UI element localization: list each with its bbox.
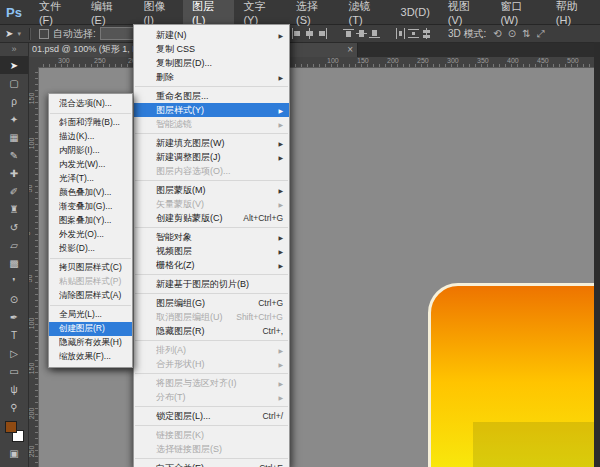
- 3d-mode-icon[interactable]: ⤢: [537, 28, 545, 40]
- layer-menu-item-create-clipping-mask[interactable]: 创建剪贴蒙版(C)Alt+Ctrl+G: [134, 211, 289, 225]
- align-horizontal-centers-icon[interactable]: [304, 28, 315, 39]
- clone-stamp-tool-icon[interactable]: ♜: [0, 200, 28, 218]
- layer-style-item-clear-layer-style[interactable]: 清除图层样式(A): [49, 289, 132, 303]
- tab-close-icon[interactable]: ×: [341, 44, 353, 55]
- menubar-item[interactable]: 文字(Y): [234, 0, 287, 24]
- 3d-mode-icon[interactable]: ⟲: [493, 28, 501, 40]
- eyedropper-tool-icon[interactable]: ✎: [0, 146, 28, 164]
- quick-selection-tool-icon[interactable]: ✦: [0, 110, 28, 128]
- dodge-tool-icon[interactable]: ⊙: [0, 290, 28, 308]
- hand-tool-icon[interactable]: ψ: [0, 380, 28, 398]
- auto-align-layers-icon[interactable]: [421, 28, 432, 39]
- ruler-label: 150: [28, 363, 35, 375]
- menubar-item[interactable]: 文件(F): [30, 0, 82, 24]
- layer-menu-item-layer-style[interactable]: 图层样式(Y)▶: [134, 103, 289, 117]
- layer-style-item-hide-all-effects[interactable]: 隐藏所有效果(H): [49, 336, 132, 350]
- rectangular-marquee-tool-icon[interactable]: ▢: [0, 74, 28, 92]
- pen-tool-icon[interactable]: ✒: [0, 308, 28, 326]
- 3d-mode-icon[interactable]: ⊙: [508, 28, 516, 40]
- align-bottom-edges-icon[interactable]: [369, 28, 380, 39]
- layer-menu-item-group-layers[interactable]: 图层编组(G)Ctrl+G: [134, 296, 289, 310]
- canvas-shape-rounded-rect[interactable]: [428, 283, 594, 467]
- menu-item-label: 排列(A): [156, 344, 274, 357]
- layer-menu-item-copy-css[interactable]: 复制 CSS: [134, 42, 289, 56]
- layer-menu-item-rasterize[interactable]: 栅格化(Z)▶: [134, 258, 289, 272]
- 3d-mode-icon[interactable]: ⇅: [522, 28, 530, 40]
- layer-style-item-gradient-overlay[interactable]: 渐变叠加(G)...: [49, 200, 132, 214]
- align-vertical-centers-icon[interactable]: [356, 28, 367, 39]
- blur-tool-icon[interactable]: ❜: [0, 272, 28, 290]
- menubar-item[interactable]: 3D(D): [392, 0, 439, 24]
- layer-style-item-color-overlay[interactable]: 颜色叠加(V)...: [49, 186, 132, 200]
- layer-menu-item-new-adjustment-layer[interactable]: 新建调整图层(J)▶: [134, 150, 289, 164]
- layer-style-submenu: 混合选项(N)...斜面和浮雕(B)...描边(K)...内阴影(I)...内发…: [48, 93, 133, 368]
- layer-menu-item-duplicate-layer[interactable]: 复制图层(D)...: [134, 56, 289, 70]
- layer-style-item-copy-layer-style[interactable]: 拷贝图层样式(C): [49, 261, 132, 275]
- ruler-label: 200: [28, 408, 35, 420]
- layer-style-item-global-light[interactable]: 全局光(L)...: [49, 308, 132, 322]
- layer-menu-item-new[interactable]: 新建(N)▶: [134, 28, 289, 42]
- history-brush-tool-icon[interactable]: ↺: [0, 218, 28, 236]
- crop-tool-icon[interactable]: ▦: [0, 128, 28, 146]
- layer-menu-item-lock-layers[interactable]: 锁定图层(L)...Ctrl+/: [134, 409, 289, 423]
- menubar-item[interactable]: 帮助(H): [547, 0, 600, 24]
- layer-style-item-scale-effects[interactable]: 缩放效果(F)...: [49, 350, 132, 364]
- menubar-item[interactable]: 窗口(W): [491, 0, 546, 24]
- menu-item-label: 新建(N): [156, 29, 274, 42]
- layer-menu-item-new-layer-based-slice[interactable]: 新建基于图层的切片(B): [134, 277, 289, 291]
- distribute-horizontal-icon[interactable]: [395, 28, 406, 39]
- menu-item-label: 将图层与选区对齐(I): [156, 377, 274, 390]
- brush-tool-icon[interactable]: ✐: [0, 182, 28, 200]
- layer-style-item-inner-shadow[interactable]: 内阴影(I)...: [49, 144, 132, 158]
- ruler-label: 300: [58, 57, 70, 64]
- collapse-panel-icon[interactable]: »: [0, 42, 28, 56]
- menubar-item[interactable]: 视图(V): [439, 0, 492, 24]
- eraser-tool-icon[interactable]: ▱: [0, 236, 28, 254]
- submenu-arrow-icon: ▶: [278, 262, 283, 269]
- layer-menu-item-hide-layers[interactable]: 隐藏图层(R)Ctrl+,: [134, 324, 289, 338]
- layer-style-item-pattern-overlay[interactable]: 图案叠加(Y)...: [49, 214, 132, 228]
- layer-menu-item-delete[interactable]: 删除▶: [134, 70, 289, 84]
- layer-style-item-create-layer[interactable]: 创建图层(R): [49, 322, 132, 336]
- quick-mask-icon[interactable]: ▣: [0, 444, 28, 462]
- layer-menu-item-merge-down[interactable]: 向下合并(E)Ctrl+E: [134, 461, 289, 467]
- path-selection-tool-icon[interactable]: ▷: [0, 344, 28, 362]
- menubar-item[interactable]: 选择(S): [287, 0, 340, 24]
- rectangle-tool-icon[interactable]: ▭: [0, 362, 28, 380]
- layer-style-item-satin[interactable]: 光泽(T)...: [49, 172, 132, 186]
- menu-item-label: 内阴影(I)...: [59, 145, 124, 157]
- type-tool-icon[interactable]: T: [0, 326, 28, 344]
- distribute-vertical-icon[interactable]: [408, 28, 419, 39]
- healing-brush-tool-icon[interactable]: ✚: [0, 164, 28, 182]
- tools-panel: » ➤▢ρ✦▦✎✚✐♜↺▱▩❜⊙✒T▷▭ψ⚲ ▣: [0, 42, 29, 467]
- foreground-color-swatch[interactable]: [5, 421, 17, 433]
- ruler-label: 400: [507, 57, 519, 64]
- align-right-edges-icon[interactable]: [317, 28, 328, 39]
- layer-style-item-inner-glow[interactable]: 内发光(W)...: [49, 158, 132, 172]
- layer-style-item-drop-shadow[interactable]: 投影(D)...: [49, 242, 132, 256]
- menubar-item[interactable]: 图层(L): [183, 0, 234, 24]
- menubar-item[interactable]: 滤镜(T): [340, 0, 392, 24]
- layer-menu-item-rename-layer[interactable]: 重命名图层...: [134, 89, 289, 103]
- menu-item-label: 全局光(L)...: [59, 309, 124, 321]
- layer-style-item-bevel-emboss[interactable]: 斜面和浮雕(B)...: [49, 116, 132, 130]
- align-left-edges-icon[interactable]: [291, 28, 302, 39]
- auto-select-dropdown[interactable]: [100, 27, 136, 40]
- layer-menu-item-video-layers[interactable]: 视频图层▶: [134, 244, 289, 258]
- move-tool-icon[interactable]: ➤: [0, 56, 28, 74]
- auto-select-checkbox[interactable]: [39, 29, 49, 39]
- tool-preset-caret-icon[interactable]: ▾: [17, 30, 21, 38]
- zoom-tool-icon[interactable]: ⚲: [0, 398, 28, 416]
- gradient-tool-icon[interactable]: ▩: [0, 254, 28, 272]
- layer-style-item-outer-glow[interactable]: 外发光(O)...: [49, 228, 132, 242]
- layer-menu-item-layer-mask[interactable]: 图层蒙版(M)▶: [134, 183, 289, 197]
- menubar-item[interactable]: 编辑(E): [82, 0, 135, 24]
- align-top-edges-icon[interactable]: [343, 28, 354, 39]
- layer-style-item-blending-options[interactable]: 混合选项(N)...: [49, 97, 132, 111]
- menubar-item[interactable]: 图像(I): [134, 0, 183, 24]
- layer-style-item-stroke[interactable]: 描边(K)...: [49, 130, 132, 144]
- layer-menu-item-smart-objects[interactable]: 智能对象▶: [134, 230, 289, 244]
- layer-menu-item-new-fill-layer[interactable]: 新建填充图层(W)▶: [134, 136, 289, 150]
- divider: [29, 28, 31, 40]
- lasso-tool-icon[interactable]: ρ: [0, 92, 28, 110]
